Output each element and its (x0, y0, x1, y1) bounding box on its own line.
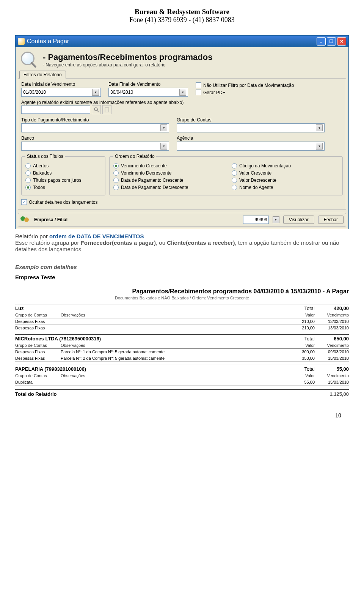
ordem-radio[interactable]: Vencimento Crescente (113, 163, 220, 168)
svg-line-5 (97, 110, 99, 112)
data-inicial-value: 01/03/2010 (23, 90, 46, 95)
chevron-down-icon[interactable]: ▾ (160, 124, 167, 131)
checkbox-label: Não Utilizar Filtro por Data de Moviment… (203, 83, 294, 88)
group-name: PAPELARIA (79983201000106) (15, 366, 86, 372)
report-data-row: Despesas FixasParcela Nº: 2 da Compra Nº… (15, 355, 349, 362)
checkbox-nao-utilizar[interactable]: Não Utilizar Filtro por Data de Moviment… (196, 82, 294, 88)
chevron-down-icon[interactable]: ▾ (316, 143, 323, 150)
radio-label: Valor Crescente (239, 170, 271, 176)
empresa-num-input[interactable]: 99999 (243, 216, 269, 224)
checkbox-icon (196, 82, 201, 88)
chevron-down-icon[interactable]: ▾ (160, 143, 167, 150)
label-data-ini: Data Inicial de Vencimento (21, 82, 101, 87)
people-icon (20, 216, 30, 224)
radio-icon (25, 185, 31, 190)
column-header-row: Grupo de ContasObservaçõesValorVenciment… (15, 342, 349, 349)
report-total-label: Total do Relatório (15, 391, 57, 397)
app-icon (18, 38, 25, 45)
visualizar-button[interactable]: Visualizar (283, 216, 314, 224)
tipo-combo[interactable]: ▾ (21, 123, 169, 132)
radio-label: Títulos pagos com juros (33, 178, 81, 183)
checkbox-label: Ocultar detalhes dos lançamentos (29, 200, 97, 205)
maximize-button[interactable] (327, 37, 336, 46)
label-data-fim: Data Final de Vencimento (108, 82, 188, 87)
ordem-radio[interactable]: Data de Pagamento Decrescente (113, 185, 220, 190)
radio-icon (113, 163, 119, 168)
radio-icon (232, 178, 237, 183)
status-radio[interactable]: Baixados (25, 170, 101, 176)
radio-label: Baixados (33, 170, 52, 176)
magnifier-icon (20, 51, 38, 69)
report-group-header: MICRofones LTDA (78126950000316)Total650… (15, 334, 349, 342)
grupo-combo[interactable]: ▾ (177, 123, 325, 132)
status-fieldset: Status dos Títulos AbertosBaixadosTítulo… (21, 154, 105, 195)
checkbox-label: Gerar PDF (203, 90, 225, 95)
radio-icon (25, 170, 31, 176)
window-titlebar: Contas a Pagar (16, 36, 348, 47)
group-total: 55,00 (315, 366, 349, 372)
group-total: 650,00 (315, 336, 349, 342)
radio-label: Data de Pagamento Crescente (121, 178, 184, 183)
data-final-input[interactable]: 30/04/2010 ▾ (108, 88, 188, 97)
group-total: 420,00 (315, 305, 349, 311)
ordem-radio[interactable]: Nome do Agente (232, 185, 339, 190)
page-number: 10 (0, 412, 341, 419)
agente-input[interactable] (21, 105, 90, 114)
window-footer: Empresa / Filial 99999 ▾ Visualizar Fech… (18, 213, 346, 227)
chevron-down-icon[interactable]: ▾ (179, 89, 186, 96)
chevron-down-icon[interactable]: ▾ (92, 89, 99, 96)
report-data-row: Despesas FixasParcela Nº: 1 da Compra Nº… (15, 349, 349, 355)
minimize-button[interactable] (317, 37, 326, 46)
ordem-radio[interactable]: Vencimento Decrescente (113, 170, 220, 176)
status-radio[interactable]: Títulos pagos com juros (25, 178, 101, 183)
ordem-radio[interactable]: Valor Crescente (232, 170, 339, 176)
chevron-down-icon[interactable]: ▾ (273, 216, 279, 223)
report-data-row: Despesas Fixas210,0013/03/2010 (15, 318, 349, 325)
radio-icon (113, 185, 119, 190)
agencia-combo[interactable]: ▾ (177, 142, 325, 151)
report-company: Empresa Teste (15, 274, 349, 280)
report-group-header: PAPELARIA (79983201000106)Total55,00 (15, 365, 349, 372)
agente-search-button[interactable] (92, 105, 101, 114)
svg-rect-6 (105, 108, 109, 112)
label-agencia: Agência (177, 135, 325, 141)
radio-icon (232, 163, 237, 168)
ordem-radio[interactable]: Código da Movimentação (232, 163, 339, 168)
window-title: Contas a Pagar (27, 38, 69, 45)
radio-label: Código da Movimentação (239, 163, 291, 168)
empresa-filial-label: Empresa / Filial (34, 217, 67, 222)
ordem-radio[interactable]: Valor Decrescente (232, 178, 339, 183)
total-label: Total (292, 366, 315, 372)
report-group-header: LuzTotal420,00 (15, 304, 349, 311)
fechar-button[interactable]: Fechar (318, 216, 344, 224)
company-phone: Fone (41) 3379 6939 - (41) 8837 0083 (0, 16, 364, 24)
close-button[interactable] (337, 37, 346, 46)
empresa-num-value: 99999 (254, 217, 267, 222)
agente-clear-button[interactable] (102, 105, 111, 114)
radio-label: Vencimento Decrescente (121, 170, 171, 176)
checkbox-ocultar[interactable]: ✓ Ocultar detalhes dos lançamentos (21, 199, 343, 205)
radio-label: Nome do Agente (239, 185, 273, 190)
radio-icon (113, 178, 119, 183)
banco-combo[interactable]: ▾ (21, 142, 169, 151)
group-name: Luz (15, 305, 24, 311)
tab-filtros[interactable]: Filtros do Relatório (19, 71, 66, 79)
data-inicial-input[interactable]: 01/03/2010 ▾ (21, 88, 101, 97)
report-title: Pagamentos/Recebimentos programados 04/0… (15, 288, 349, 295)
status-radio[interactable]: Todos (25, 185, 101, 190)
ordem-radio[interactable]: Data de Pagamento Crescente (113, 178, 220, 183)
company-name: Bureau & Redsystem Software (0, 8, 364, 16)
radio-label: Abertos (33, 163, 49, 168)
group-name: MICRofones LTDA (78126950000316) (15, 336, 101, 342)
report-data-row: Despesas Fixas210,0013/03/2010 (15, 325, 349, 331)
checkbox-gerar-pdf[interactable]: Gerar PDF (196, 90, 294, 95)
radio-icon (113, 170, 119, 176)
report-total-value: 1.125,00 (329, 391, 349, 397)
chevron-down-icon[interactable]: ▾ (316, 124, 323, 131)
status-radio[interactable]: Abertos (25, 163, 101, 168)
app-window: Contas a Pagar - Pagamentos/Recebimentos… (15, 35, 349, 229)
page-title: - Pagamentos/Recebimentos programados (43, 52, 212, 62)
label-grupo: Grupo de Contas (177, 117, 325, 123)
total-label: Total (292, 305, 315, 311)
document-header: Bureau & Redsystem Software Fone (41) 33… (0, 0, 364, 28)
